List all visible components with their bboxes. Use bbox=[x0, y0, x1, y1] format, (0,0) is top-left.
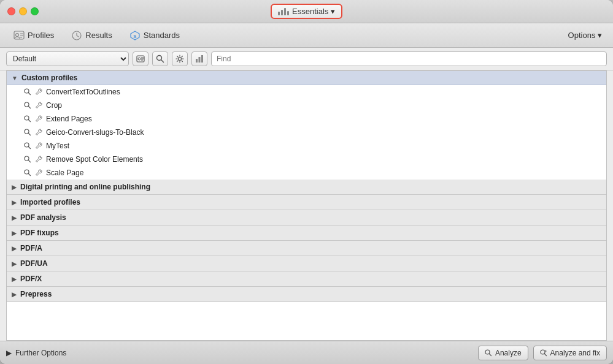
section-pdf-analysis[interactable]: ▶ PDF analysis bbox=[7, 210, 606, 226]
tab-profiles[interactable]: Profiles bbox=[6, 28, 61, 44]
svg-line-14 bbox=[161, 60, 164, 63]
pdfa-arrow: ▶ bbox=[12, 245, 17, 252]
item-name: Remove Spot Color Elements bbox=[46, 155, 143, 164]
item-wrench-icon bbox=[35, 102, 42, 109]
analyze-fix-button[interactable]: Analyze and fix bbox=[533, 346, 607, 360]
digital-printing-arrow: ▶ bbox=[12, 184, 17, 191]
pdfua-arrow: ▶ bbox=[12, 260, 17, 267]
main-content: Default bbox=[0, 48, 613, 341]
custom-profiles-arrow: ▼ bbox=[12, 75, 18, 82]
options-button[interactable]: Options ▾ bbox=[563, 28, 607, 42]
svg-point-9 bbox=[138, 58, 141, 60]
item-wrench-icon bbox=[35, 169, 42, 176]
svg-line-28 bbox=[28, 146, 31, 149]
section-pdfua[interactable]: ▶ PDF/UA bbox=[7, 256, 606, 271]
svg-rect-17 bbox=[199, 57, 201, 63]
window-controls bbox=[7, 7, 39, 15]
prepress-arrow: ▶ bbox=[12, 291, 17, 298]
tab-profiles-label: Profiles bbox=[28, 31, 54, 40]
prepress-label: Prepress bbox=[20, 290, 52, 298]
titlebar: Preflight Essentials ▾ bbox=[0, 0, 613, 23]
item-search-icon bbox=[24, 142, 31, 150]
svg-rect-16 bbox=[196, 59, 198, 63]
chart-button[interactable] bbox=[191, 51, 207, 66]
svg-line-34 bbox=[489, 354, 492, 356]
analyze-fix-icon bbox=[540, 349, 547, 357]
item-search-icon bbox=[24, 88, 31, 96]
item-wrench-icon bbox=[35, 115, 42, 123]
item-search-icon bbox=[24, 129, 31, 136]
essentials-button[interactable]: Essentials ▾ bbox=[271, 4, 342, 19]
standards-icon: S bbox=[129, 30, 141, 41]
tab-standards-label: Standards bbox=[144, 31, 180, 40]
essentials-icon bbox=[278, 8, 289, 15]
main-window: Preflight Essentials ▾ bbox=[0, 0, 613, 364]
list-item[interactable]: MyTest bbox=[7, 139, 606, 153]
custom-profiles-items: ConvertTextToOutlines Crop bbox=[7, 85, 606, 180]
filter-bar: Default bbox=[0, 48, 613, 70]
essentials-label: Essentials ▾ bbox=[292, 7, 335, 16]
close-button[interactable] bbox=[7, 7, 15, 15]
item-wrench-icon bbox=[35, 88, 42, 96]
list-item[interactable]: Geico-Convert-slugs-To-Black bbox=[7, 126, 606, 139]
list-item[interactable]: Crop bbox=[7, 99, 606, 112]
item-search-icon bbox=[24, 169, 31, 176]
section-imported-profiles[interactable]: ▶ Imported profiles bbox=[7, 195, 606, 210]
svg-rect-18 bbox=[201, 55, 203, 63]
item-wrench-icon bbox=[35, 156, 42, 163]
bottom-bar: ▶ Further Options Analyze Analyze and fi… bbox=[0, 341, 613, 364]
section-custom-profiles[interactable]: ▼ Custom profiles bbox=[7, 71, 606, 85]
analyze-button[interactable]: Analyze bbox=[478, 346, 528, 360]
profiles-icon bbox=[13, 30, 25, 41]
item-name: Scale Page bbox=[46, 169, 83, 177]
item-search-icon bbox=[24, 102, 31, 109]
further-options-label: Further Options bbox=[15, 349, 66, 357]
tab-results[interactable]: Results bbox=[64, 28, 119, 44]
digital-printing-label: Digital printing and online publishing bbox=[20, 183, 150, 191]
profile-list: ▼ Custom profiles ConvertTextToOutlines bbox=[6, 70, 607, 341]
further-options-arrow: ▶ bbox=[6, 349, 12, 357]
item-name: Extend Pages bbox=[46, 115, 92, 123]
tab-standards[interactable]: S Standards bbox=[122, 28, 187, 44]
list-item[interactable]: Extend Pages bbox=[7, 112, 606, 126]
minimize-button[interactable] bbox=[19, 7, 27, 15]
item-name: Geico-Convert-slugs-To-Black bbox=[46, 128, 144, 137]
pdfua-label: PDF/UA bbox=[20, 259, 48, 268]
section-prepress[interactable]: ▶ Prepress bbox=[7, 287, 606, 302]
section-pdfx[interactable]: ▶ PDF/X bbox=[7, 271, 606, 287]
results-icon bbox=[71, 30, 82, 41]
profile-dropdown[interactable]: Default bbox=[6, 51, 129, 66]
tab-results-label: Results bbox=[85, 31, 112, 40]
further-options[interactable]: ▶ Further Options bbox=[6, 349, 66, 357]
svg-line-36 bbox=[544, 354, 547, 356]
new-profile-button[interactable] bbox=[133, 51, 148, 66]
item-name: MyTest bbox=[46, 142, 69, 150]
imported-profiles-arrow: ▶ bbox=[12, 199, 17, 206]
item-name: Crop bbox=[46, 101, 62, 110]
analyze-label: Analyze bbox=[495, 349, 522, 357]
settings-button[interactable] bbox=[172, 51, 188, 66]
list-item[interactable]: Scale Page bbox=[7, 166, 606, 180]
pdf-analysis-arrow: ▶ bbox=[12, 214, 17, 221]
search-profiles-button[interactable] bbox=[152, 51, 168, 66]
section-pdf-fixups[interactable]: ▶ PDF fixups bbox=[7, 226, 606, 241]
bottom-actions: Analyze Analyze and fix bbox=[478, 346, 607, 360]
svg-line-22 bbox=[28, 106, 31, 108]
search-input[interactable] bbox=[211, 51, 607, 66]
item-wrench-icon bbox=[35, 129, 42, 136]
section-pdfa[interactable]: ▶ PDF/A bbox=[7, 241, 606, 256]
maximize-button[interactable] bbox=[31, 7, 39, 15]
pdfa-label: PDF/A bbox=[20, 244, 42, 252]
item-search-icon bbox=[24, 156, 31, 163]
custom-profiles-label: Custom profiles bbox=[21, 74, 77, 82]
list-item[interactable]: ConvertTextToOutlines bbox=[7, 85, 606, 99]
pdf-fixups-arrow: ▶ bbox=[12, 230, 17, 237]
tab-toolbar: Profiles Results S Standards Options ▾ bbox=[0, 23, 613, 48]
list-item[interactable]: Remove Spot Color Elements bbox=[7, 153, 606, 166]
svg-text:S: S bbox=[133, 34, 137, 39]
svg-line-32 bbox=[28, 173, 31, 176]
section-digital-printing[interactable]: ▶ Digital printing and online publishing bbox=[7, 180, 606, 195]
essentials-pill: Essentials ▾ bbox=[0, 4, 613, 19]
pdf-analysis-label: PDF analysis bbox=[20, 213, 66, 222]
item-name: ConvertTextToOutlines bbox=[46, 88, 120, 96]
